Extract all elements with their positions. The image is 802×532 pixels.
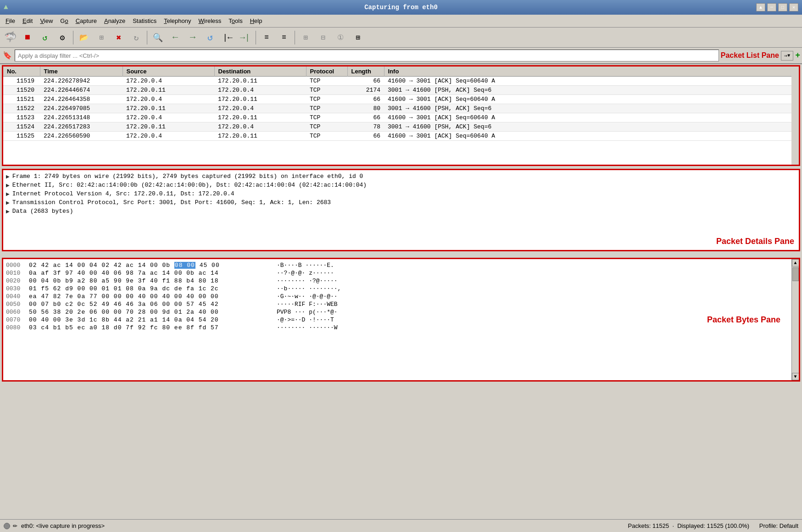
cell-info: 3001 → 41600 [PSH, ACK] Seq=6: [384, 86, 799, 95]
toolbar-zoom-out-btn[interactable]: ⊟: [315, 29, 331, 46]
cell-len: 66: [347, 77, 384, 86]
expand-arrow[interactable]: ▶: [6, 208, 10, 215]
cell-src: 172.20.0.11: [123, 122, 214, 132]
scrollbar-down[interactable]: ▼: [792, 373, 799, 380]
cell-info: 3001 → 41600 [PSH, ACK] Seq=6: [384, 104, 799, 113]
bytes-hex: 02 42 ac 14 00 04 02 42 ac 14 00 0b 08 0…: [29, 262, 267, 269]
bytes-offset: 0020: [6, 277, 29, 284]
bytes-hex: 0a af 3f 97 40 00 40 06 98 7a ac 14 00 0…: [29, 270, 267, 277]
cell-src: 172.20.0.4: [123, 95, 214, 104]
bytes-ascii: ··b····· ········,: [277, 285, 341, 292]
toolbar-fwd-btn[interactable]: →: [184, 29, 201, 46]
toolbar-zoom-in-btn[interactable]: ⊞: [297, 29, 314, 46]
expand-arrow[interactable]: ▶: [6, 173, 10, 180]
menu-analyze[interactable]: Analyze: [100, 17, 129, 25]
menu-telephony[interactable]: Telephony: [160, 17, 195, 25]
cell-time: 224.226517283: [40, 122, 123, 132]
minimize-button2[interactable]: ─: [767, 3, 776, 11]
table-row[interactable]: 11525 224.226560590 172.20.0.4 172.20.0.…: [3, 132, 799, 141]
cell-no: 11522: [3, 104, 40, 113]
detail-row[interactable]: ▶Ethernet II, Src: 02:42:ac:14:00:0b (02…: [6, 182, 796, 189]
col-source: Source: [123, 66, 214, 77]
minimize-button[interactable]: ▲: [756, 3, 765, 11]
bytes-offset: 0050: [6, 301, 29, 308]
cell-proto: TCP: [306, 104, 347, 113]
packet-list-scrollbar[interactable]: [791, 66, 799, 165]
toolbar-color1-btn[interactable]: ≡: [258, 29, 275, 46]
menu-statistics[interactable]: Statistics: [129, 17, 160, 25]
toolbar-settings-btn[interactable]: ⚙: [54, 29, 71, 46]
toolbar-zoom-reset-btn[interactable]: ①: [332, 29, 349, 46]
menu-edit[interactable]: Edit: [19, 17, 36, 25]
cell-proto: TCP: [306, 77, 347, 86]
detail-row[interactable]: ▶Frame 1: 2749 bytes on wire (21992 bits…: [6, 173, 796, 180]
menu-file[interactable]: File: [2, 17, 19, 25]
filter-input[interactable]: [15, 50, 719, 61]
toolbar-reload2-btn[interactable]: ↺: [202, 29, 218, 46]
toolbar-open-btn[interactable]: 📂: [76, 29, 92, 46]
expand-arrow[interactable]: ▶: [6, 182, 10, 189]
toolbar-color2-btn[interactable]: ≡: [276, 29, 292, 46]
detail-text: Data (2683 bytes): [12, 208, 73, 215]
menu-capture[interactable]: Capture: [72, 17, 100, 25]
toolbar-close-btn[interactable]: ✖: [111, 29, 127, 46]
cell-src: 172.20.0.11: [123, 104, 214, 113]
toolbar-shark-btn[interactable]: 🦈: [2, 29, 18, 46]
expand-arrow[interactable]: ▶: [6, 199, 10, 206]
bytes-row: 0050 00 07 b0 c2 0c 52 49 46 46 3a 06 00…: [6, 301, 789, 308]
packet-bytes-content[interactable]: 0000 02 42 ac 14 00 04 02 42 ac 14 00 0b…: [3, 259, 791, 380]
packet-bytes-scrollbar[interactable]: ▲ ▼: [791, 259, 799, 380]
filter-arrow-btn[interactable]: ⇒ ▼: [781, 51, 793, 61]
scrollbar-thumb[interactable]: [792, 267, 799, 281]
bytes-ascii: ··?·@·@· z······: [277, 270, 334, 277]
menu-go[interactable]: Go: [56, 17, 72, 25]
table-row[interactable]: 11520 224.226446674 172.20.0.11 172.20.0…: [3, 86, 799, 95]
capture-status-text: eth0: <live capture in progress>: [21, 522, 105, 529]
table-row[interactable]: 11523 224.226513148 172.20.0.4 172.20.0.…: [3, 113, 799, 122]
toolbar-last-btn[interactable]: →|: [237, 29, 253, 46]
detail-row[interactable]: ▶Transmission Control Protocol, Src Port…: [6, 199, 796, 206]
toolbar-back-btn[interactable]: ←: [167, 29, 184, 46]
cell-proto: TCP: [306, 122, 347, 132]
filter-add-btn[interactable]: +: [795, 51, 800, 60]
cell-dst: 172.20.0.11: [214, 132, 306, 141]
bytes-hex: 00 04 0b b9 a2 80 a5 90 9e 3f 40 f1 88 b…: [29, 277, 267, 284]
table-row[interactable]: 11524 224.226517283 172.20.0.11 172.20.0…: [3, 122, 799, 132]
toolbar-resize-btn[interactable]: ⊞: [350, 29, 366, 46]
table-row[interactable]: 11521 224.226464358 172.20.0.4 172.20.0.…: [3, 95, 799, 104]
menu-help[interactable]: Help: [246, 17, 266, 25]
menu-tools[interactable]: Tools: [225, 17, 246, 25]
menu-view[interactable]: View: [36, 17, 56, 25]
table-row[interactable]: 11522 224.226497085 172.20.0.11 172.20.0…: [3, 104, 799, 113]
window-controls[interactable]: ▲ ─ □ ✕: [756, 3, 798, 11]
cell-time: 224.226446674: [40, 86, 123, 95]
menu-wireless[interactable]: Wireless: [195, 17, 225, 25]
maximize-button[interactable]: □: [778, 3, 787, 11]
cell-info: 41600 → 3001 [ACK] Seq=60640 A: [384, 113, 799, 122]
bytes-hex: 03 c4 b1 b5 ec a0 18 d0 7f 92 fc 80 ee 8…: [29, 324, 267, 331]
detail-row[interactable]: ▶Internet Protocol Version 4, Src: 172.2…: [6, 190, 796, 198]
cell-info: 41600 → 3001 [ACK] Seq=60640 A: [384, 77, 799, 86]
toolbar-first-btn[interactable]: |←: [219, 29, 236, 46]
filter-bar: 🔖 Packet List Pane ⇒ ▼ +: [0, 48, 802, 64]
cell-time: 224.226497085: [40, 104, 123, 113]
bytes-ascii: ·····RIF F:···WEB: [277, 301, 338, 308]
cell-src: 172.20.0.4: [123, 113, 214, 122]
cell-dst: 172.20.0.4: [214, 104, 306, 113]
filter-bookmark-icon: 🔖: [2, 50, 13, 61]
cell-dst: 172.20.0.4: [214, 86, 306, 95]
table-row[interactable]: 11519 224.226278942 172.20.0.4 172.20.0.…: [3, 77, 799, 86]
toolbar-restart-btn[interactable]: ↺: [37, 29, 53, 46]
detail-row[interactable]: ▶Data (2683 bytes): [6, 208, 796, 215]
toolbar-save-btn[interactable]: ⊞: [93, 29, 110, 46]
toolbar-sep4: [295, 31, 295, 44]
edit-icon[interactable]: ✏: [13, 523, 17, 529]
cell-len: 66: [347, 132, 384, 141]
scrollbar-up[interactable]: ▲: [792, 259, 799, 266]
expand-arrow[interactable]: ▶: [6, 190, 10, 198]
bytes-row: 0000 02 42 ac 14 00 04 02 42 ac 14 00 0b…: [6, 262, 789, 269]
toolbar-stop-btn[interactable]: ■: [19, 29, 36, 46]
close-button[interactable]: ✕: [789, 3, 798, 11]
toolbar-search-btn[interactable]: 🔍: [150, 29, 166, 46]
toolbar-reload-btn[interactable]: ↻: [128, 29, 145, 46]
